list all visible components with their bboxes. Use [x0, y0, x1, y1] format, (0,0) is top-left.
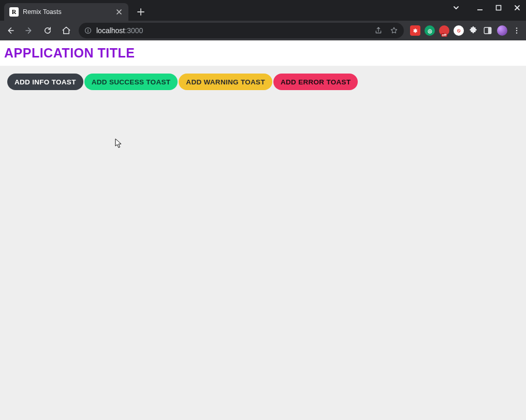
extension-icon[interactable] — [439, 25, 449, 36]
star-icon — [390, 26, 398, 35]
home-icon — [62, 26, 71, 35]
svg-point-5 — [516, 27, 517, 28]
site-info-button[interactable] — [84, 26, 92, 35]
close-icon — [514, 4, 521, 11]
add-error-toast-button[interactable]: ADD ERROR TOAST — [273, 74, 358, 90]
tab-search-button[interactable] — [451, 3, 461, 12]
button-row: ADD INFO TOAST ADD SUCCESS TOAST ADD WAR… — [0, 66, 526, 97]
minimize-icon — [476, 4, 484, 11]
tab-title: Remix Toasts — [23, 8, 111, 16]
svg-rect-0 — [496, 6, 501, 10]
browser-toolbar: localhost:3000 ✱ ◎ ⦸ — [0, 21, 526, 40]
puzzle-icon — [469, 26, 478, 35]
svg-point-7 — [516, 32, 517, 33]
side-panel-button[interactable] — [483, 25, 493, 36]
app-title: APPLICATION TITLE — [4, 46, 522, 61]
maximize-window-button[interactable] — [494, 3, 503, 12]
close-icon — [116, 9, 122, 15]
svg-point-6 — [516, 30, 517, 31]
url-text: localhost:3000 — [96, 26, 143, 35]
bookmark-button[interactable] — [389, 26, 399, 35]
share-icon — [374, 26, 383, 35]
arrow-right-icon — [24, 26, 34, 35]
profile-avatar[interactable] — [497, 25, 507, 36]
page-viewport: APPLICATION TITLE ADD INFO TOAST ADD SUC… — [0, 40, 526, 420]
reload-icon — [43, 26, 52, 35]
plus-icon — [137, 8, 144, 16]
close-window-button[interactable] — [513, 3, 522, 12]
url-host: localhost — [96, 26, 125, 35]
page-header: APPLICATION TITLE — [0, 40, 526, 66]
info-icon — [84, 27, 92, 34]
svg-rect-4 — [488, 27, 491, 34]
browser-chrome: R Remix Toasts — [0, 0, 526, 40]
share-button[interactable] — [374, 26, 383, 35]
home-button[interactable] — [60, 24, 72, 37]
svg-point-2 — [87, 29, 89, 30]
add-success-toast-button[interactable]: ADD SUCCESS TOAST — [84, 74, 178, 90]
reload-button[interactable] — [41, 24, 54, 37]
new-tab-button[interactable] — [134, 5, 148, 19]
extensions: ✱ ◎ ⦸ — [410, 25, 522, 36]
extension-icon[interactable]: ✱ — [410, 25, 420, 36]
extension-icon[interactable]: ◎ — [425, 25, 435, 36]
chevron-down-icon — [452, 4, 460, 11]
mouse-cursor-icon — [115, 138, 122, 149]
browser-tab[interactable]: R Remix Toasts — [4, 3, 128, 21]
forward-button[interactable] — [23, 24, 35, 37]
arrow-left-icon — [6, 26, 15, 35]
window-controls — [451, 3, 522, 12]
back-button[interactable] — [4, 24, 17, 37]
close-tab-button[interactable] — [115, 8, 123, 16]
url-port: :3000 — [125, 26, 143, 35]
titlebar: R Remix Toasts — [0, 0, 526, 21]
browser-menu-button[interactable] — [512, 26, 522, 35]
maximize-icon — [495, 4, 502, 11]
add-info-toast-button[interactable]: ADD INFO TOAST — [7, 74, 83, 90]
add-warning-toast-button[interactable]: ADD WARNING TOAST — [179, 74, 272, 90]
kebab-icon — [513, 26, 521, 35]
address-bar[interactable]: localhost:3000 — [79, 23, 404, 38]
panel-icon — [483, 26, 492, 35]
extension-icon[interactable]: ⦸ — [454, 25, 464, 36]
favicon-icon: R — [9, 7, 19, 17]
minimize-window-button[interactable] — [475, 3, 485, 12]
extensions-menu-button[interactable] — [468, 25, 478, 36]
